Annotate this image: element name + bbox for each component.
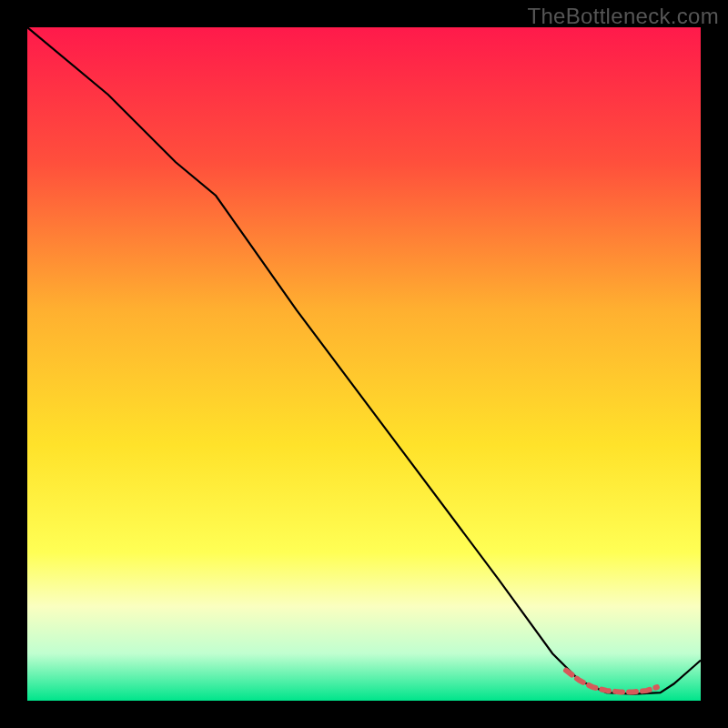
gradient-background (27, 27, 701, 701)
chart-svg (27, 27, 701, 701)
watermark-text: TheBottleneck.com (527, 4, 719, 29)
chart-frame: TheBottleneck.com (0, 0, 728, 728)
plot-area (27, 27, 701, 701)
